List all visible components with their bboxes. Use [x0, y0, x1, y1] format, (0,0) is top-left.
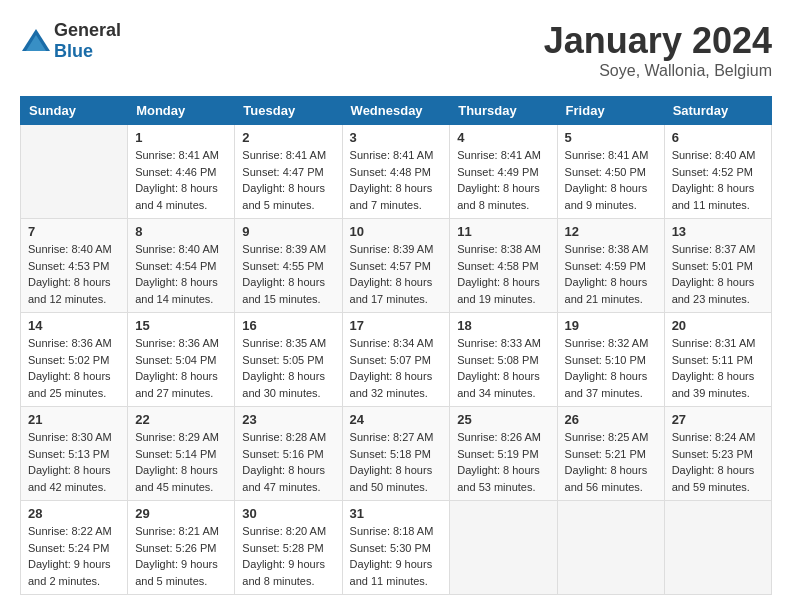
calendar-week-row: 1Sunrise: 8:41 AMSunset: 4:46 PMDaylight… [21, 125, 772, 219]
day-number: 22 [135, 412, 227, 427]
calendar-cell: 19Sunrise: 8:32 AMSunset: 5:10 PMDayligh… [557, 313, 664, 407]
day-number: 24 [350, 412, 443, 427]
calendar-cell: 30Sunrise: 8:20 AMSunset: 5:28 PMDayligh… [235, 501, 342, 595]
day-info: Sunrise: 8:36 AMSunset: 5:02 PMDaylight:… [28, 335, 120, 401]
day-info: Sunrise: 8:35 AMSunset: 5:05 PMDaylight:… [242, 335, 334, 401]
calendar-cell [450, 501, 557, 595]
day-info: Sunrise: 8:33 AMSunset: 5:08 PMDaylight:… [457, 335, 549, 401]
day-info: Sunrise: 8:38 AMSunset: 4:59 PMDaylight:… [565, 241, 657, 307]
day-info: Sunrise: 8:29 AMSunset: 5:14 PMDaylight:… [135, 429, 227, 495]
calendar-cell: 23Sunrise: 8:28 AMSunset: 5:16 PMDayligh… [235, 407, 342, 501]
calendar-week-row: 21Sunrise: 8:30 AMSunset: 5:13 PMDayligh… [21, 407, 772, 501]
calendar-cell: 11Sunrise: 8:38 AMSunset: 4:58 PMDayligh… [450, 219, 557, 313]
calendar-cell: 5Sunrise: 8:41 AMSunset: 4:50 PMDaylight… [557, 125, 664, 219]
logo: General Blue [20, 20, 121, 62]
day-info: Sunrise: 8:39 AMSunset: 4:57 PMDaylight:… [350, 241, 443, 307]
day-info: Sunrise: 8:30 AMSunset: 5:13 PMDaylight:… [28, 429, 120, 495]
day-number: 15 [135, 318, 227, 333]
day-number: 20 [672, 318, 764, 333]
day-number: 2 [242, 130, 334, 145]
day-number: 29 [135, 506, 227, 521]
logo-icon [20, 27, 52, 55]
day-number: 23 [242, 412, 334, 427]
calendar-cell: 26Sunrise: 8:25 AMSunset: 5:21 PMDayligh… [557, 407, 664, 501]
day-info: Sunrise: 8:40 AMSunset: 4:53 PMDaylight:… [28, 241, 120, 307]
day-number: 11 [457, 224, 549, 239]
day-number: 16 [242, 318, 334, 333]
day-info: Sunrise: 8:41 AMSunset: 4:47 PMDaylight:… [242, 147, 334, 213]
day-info: Sunrise: 8:34 AMSunset: 5:07 PMDaylight:… [350, 335, 443, 401]
day-info: Sunrise: 8:21 AMSunset: 5:26 PMDaylight:… [135, 523, 227, 589]
calendar-cell [664, 501, 771, 595]
day-info: Sunrise: 8:41 AMSunset: 4:49 PMDaylight:… [457, 147, 549, 213]
day-number: 8 [135, 224, 227, 239]
day-number: 6 [672, 130, 764, 145]
day-number: 28 [28, 506, 120, 521]
calendar-cell: 1Sunrise: 8:41 AMSunset: 4:46 PMDaylight… [128, 125, 235, 219]
calendar-cell: 16Sunrise: 8:35 AMSunset: 5:05 PMDayligh… [235, 313, 342, 407]
day-info: Sunrise: 8:39 AMSunset: 4:55 PMDaylight:… [242, 241, 334, 307]
calendar-cell: 21Sunrise: 8:30 AMSunset: 5:13 PMDayligh… [21, 407, 128, 501]
calendar-week-row: 28Sunrise: 8:22 AMSunset: 5:24 PMDayligh… [21, 501, 772, 595]
location: Soye, Wallonia, Belgium [544, 62, 772, 80]
calendar-cell: 2Sunrise: 8:41 AMSunset: 4:47 PMDaylight… [235, 125, 342, 219]
day-number: 13 [672, 224, 764, 239]
day-number: 7 [28, 224, 120, 239]
calendar-cell: 31Sunrise: 8:18 AMSunset: 5:30 PMDayligh… [342, 501, 450, 595]
weekday-header: Wednesday [342, 97, 450, 125]
calendar-cell: 18Sunrise: 8:33 AMSunset: 5:08 PMDayligh… [450, 313, 557, 407]
weekday-header: Monday [128, 97, 235, 125]
day-number: 14 [28, 318, 120, 333]
day-number: 10 [350, 224, 443, 239]
day-number: 18 [457, 318, 549, 333]
day-info: Sunrise: 8:18 AMSunset: 5:30 PMDaylight:… [350, 523, 443, 589]
calendar-header-row: SundayMondayTuesdayWednesdayThursdayFrid… [21, 97, 772, 125]
title-block: January 2024 Soye, Wallonia, Belgium [544, 20, 772, 80]
day-number: 21 [28, 412, 120, 427]
calendar-cell: 12Sunrise: 8:38 AMSunset: 4:59 PMDayligh… [557, 219, 664, 313]
day-number: 9 [242, 224, 334, 239]
weekday-header: Tuesday [235, 97, 342, 125]
calendar-cell: 20Sunrise: 8:31 AMSunset: 5:11 PMDayligh… [664, 313, 771, 407]
day-number: 1 [135, 130, 227, 145]
calendar-week-row: 7Sunrise: 8:40 AMSunset: 4:53 PMDaylight… [21, 219, 772, 313]
day-info: Sunrise: 8:41 AMSunset: 4:48 PMDaylight:… [350, 147, 443, 213]
calendar-cell [21, 125, 128, 219]
logo-general: General [54, 20, 121, 40]
day-info: Sunrise: 8:31 AMSunset: 5:11 PMDaylight:… [672, 335, 764, 401]
calendar-cell: 6Sunrise: 8:40 AMSunset: 4:52 PMDaylight… [664, 125, 771, 219]
calendar-cell: 27Sunrise: 8:24 AMSunset: 5:23 PMDayligh… [664, 407, 771, 501]
day-number: 5 [565, 130, 657, 145]
month-title: January 2024 [544, 20, 772, 62]
day-info: Sunrise: 8:41 AMSunset: 4:46 PMDaylight:… [135, 147, 227, 213]
calendar-table: SundayMondayTuesdayWednesdayThursdayFrid… [20, 96, 772, 595]
day-info: Sunrise: 8:28 AMSunset: 5:16 PMDaylight:… [242, 429, 334, 495]
weekday-header: Saturday [664, 97, 771, 125]
day-number: 17 [350, 318, 443, 333]
day-number: 25 [457, 412, 549, 427]
day-number: 3 [350, 130, 443, 145]
day-number: 12 [565, 224, 657, 239]
calendar-cell: 25Sunrise: 8:26 AMSunset: 5:19 PMDayligh… [450, 407, 557, 501]
calendar-cell: 28Sunrise: 8:22 AMSunset: 5:24 PMDayligh… [21, 501, 128, 595]
calendar-cell: 9Sunrise: 8:39 AMSunset: 4:55 PMDaylight… [235, 219, 342, 313]
calendar-week-row: 14Sunrise: 8:36 AMSunset: 5:02 PMDayligh… [21, 313, 772, 407]
calendar-cell: 24Sunrise: 8:27 AMSunset: 5:18 PMDayligh… [342, 407, 450, 501]
day-info: Sunrise: 8:37 AMSunset: 5:01 PMDaylight:… [672, 241, 764, 307]
day-number: 4 [457, 130, 549, 145]
day-info: Sunrise: 8:24 AMSunset: 5:23 PMDaylight:… [672, 429, 764, 495]
calendar-cell: 14Sunrise: 8:36 AMSunset: 5:02 PMDayligh… [21, 313, 128, 407]
calendar-cell: 15Sunrise: 8:36 AMSunset: 5:04 PMDayligh… [128, 313, 235, 407]
day-number: 31 [350, 506, 443, 521]
day-info: Sunrise: 8:40 AMSunset: 4:52 PMDaylight:… [672, 147, 764, 213]
day-info: Sunrise: 8:26 AMSunset: 5:19 PMDaylight:… [457, 429, 549, 495]
day-info: Sunrise: 8:22 AMSunset: 5:24 PMDaylight:… [28, 523, 120, 589]
day-number: 19 [565, 318, 657, 333]
calendar-cell: 4Sunrise: 8:41 AMSunset: 4:49 PMDaylight… [450, 125, 557, 219]
day-info: Sunrise: 8:40 AMSunset: 4:54 PMDaylight:… [135, 241, 227, 307]
weekday-header: Thursday [450, 97, 557, 125]
day-info: Sunrise: 8:41 AMSunset: 4:50 PMDaylight:… [565, 147, 657, 213]
day-info: Sunrise: 8:32 AMSunset: 5:10 PMDaylight:… [565, 335, 657, 401]
day-number: 27 [672, 412, 764, 427]
logo-blue: Blue [54, 41, 93, 61]
